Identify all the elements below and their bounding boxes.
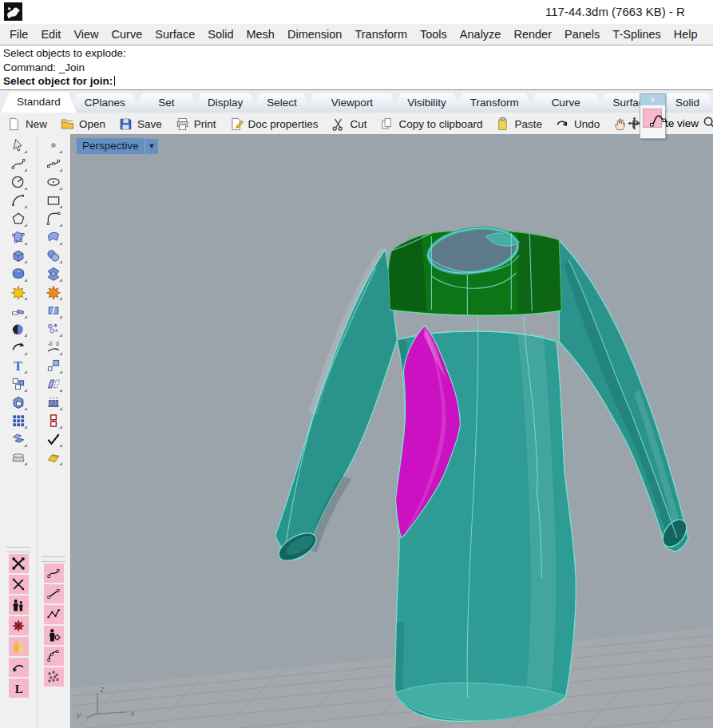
tool-ts-l[interactable]: L — [9, 679, 29, 698]
tool-mirror[interactable] — [44, 375, 63, 393]
blend-curve-button[interactable] — [643, 109, 662, 128]
tab-select[interactable]: Select — [251, 93, 313, 113]
tab-transform[interactable]: Transform — [454, 93, 535, 113]
tool-pk-person[interactable] — [44, 626, 64, 645]
tab-set-view[interactable]: Set View — [133, 93, 200, 113]
menu-view[interactable]: View — [67, 26, 105, 43]
toolbar-group-handle[interactable] — [42, 556, 65, 562]
tool-explode-orange[interactable] — [44, 283, 63, 301]
toolbar-group-handle[interactable] — [6, 547, 30, 552]
dress-left-sleeve — [275, 249, 398, 560]
zoom-button-partial[interactable] — [701, 114, 713, 133]
tool-explode[interactable] — [9, 283, 28, 301]
tab-display[interactable]: Display — [192, 93, 259, 113]
tool-array[interactable] — [9, 412, 28, 429]
new-doc[interactable]: New — [5, 115, 49, 133]
tool-block-def[interactable] — [44, 412, 63, 429]
tool-dim-arc[interactable]: -00 — [44, 338, 63, 356]
cut[interactable]: Cut — [329, 115, 368, 133]
tool-cap[interactable] — [9, 449, 28, 466]
tool-torus[interactable] — [9, 265, 28, 283]
tool-text[interactable]: T — [9, 357, 28, 374]
tool-ts-undo-arc[interactable] — [9, 658, 29, 677]
palette-titlebar[interactable]: x — [640, 94, 665, 105]
tab-visibility[interactable]: Visibility — [391, 93, 462, 113]
paste[interactable]: Paste — [493, 115, 544, 133]
tool-patch[interactable] — [44, 228, 63, 246]
app-icon[interactable] — [4, 2, 22, 21]
tool-hammer[interactable] — [9, 302, 28, 319]
menu-panels[interactable]: Panels — [558, 26, 606, 43]
menu-mesh[interactable]: Mesh — [240, 26, 280, 43]
tool-twist-box[interactable] — [44, 265, 63, 283]
tool-split[interactable] — [44, 302, 63, 319]
command-area[interactable]: Select objects to explode: Command: _Joi… — [0, 45, 713, 90]
tool-rotate[interactable] — [9, 338, 28, 356]
tool-surface-cp[interactable] — [9, 228, 28, 246]
print[interactable]: Print — [173, 115, 218, 133]
tool-edit-points[interactable] — [44, 155, 63, 172]
menu-tools[interactable]: Tools — [414, 26, 454, 43]
left-toolbar-column-b: -00 — [37, 136, 69, 728]
tab-standard[interactable]: Standard — [1, 92, 77, 113]
tool-pk-line[interactable] — [44, 584, 64, 603]
tool-ellipse[interactable] — [44, 173, 63, 191]
tool-polygon[interactable] — [9, 210, 28, 228]
menu-help[interactable]: Help — [667, 26, 704, 43]
svg-text:T: T — [14, 359, 22, 373]
tool-ts-scissors[interactable] — [9, 575, 29, 594]
menu-curve[interactable]: Curve — [105, 26, 149, 43]
tool-ts-move[interactable] — [9, 554, 29, 573]
save[interactable]: Save — [117, 115, 164, 133]
menu-analyze[interactable]: Analyze — [454, 26, 508, 43]
tab-cplanes[interactable]: CPlanes — [69, 93, 141, 113]
tool-ts-people-yellow[interactable] — [9, 637, 29, 656]
viewport-canvas[interactable]: z x y — [71, 134, 713, 728]
command-prompt-line[interactable]: Select object for join: — [3, 74, 710, 89]
menu-solid[interactable]: Solid — [201, 26, 240, 43]
tool-pk-arc[interactable] — [44, 647, 64, 666]
doc-properties[interactable]: Doc properties — [228, 115, 320, 133]
tool-box[interactable] — [9, 247, 28, 264]
svg-text:0: 0 — [56, 341, 59, 346]
tool-ts-people[interactable] — [9, 595, 29, 615]
tool-pk-dots[interactable] — [44, 667, 64, 686]
tool-pk-curve[interactable] — [44, 564, 64, 583]
tool-point[interactable] — [44, 136, 63, 154]
menu-surface[interactable]: Surface — [149, 26, 201, 43]
tool-boolean[interactable] — [9, 320, 28, 338]
tool-box-face[interactable] — [9, 394, 28, 411]
tool-spheres[interactable] — [44, 247, 63, 264]
tool-copy-surface[interactable] — [9, 430, 28, 448]
tab-viewport-layout[interactable]: Viewport Layout — [305, 93, 400, 113]
tool-arc[interactable] — [9, 192, 28, 209]
undo[interactable]: Undo — [553, 115, 601, 133]
tool-blocks[interactable] — [9, 375, 28, 393]
tool-check[interactable] — [44, 430, 63, 448]
viewport-perspective[interactable]: Perspective ▼ z x — [70, 134, 713, 728]
tool-point-cloud[interactable] — [44, 320, 63, 338]
menu-edit[interactable]: Edit — [34, 26, 67, 43]
menu-file[interactable]: File — [3, 26, 34, 43]
palette-close-button[interactable]: x — [651, 95, 655, 104]
tool-circle[interactable] — [9, 173, 28, 191]
tool-rectangle[interactable] — [44, 192, 63, 209]
viewport-title-dropdown[interactable]: ▼ — [145, 139, 159, 154]
tool-pk-polyline[interactable] — [44, 605, 64, 624]
menu-dimension[interactable]: Dimension — [281, 26, 349, 43]
tool-scale[interactable] — [44, 357, 63, 374]
open-folder[interactable]: Open — [58, 115, 107, 133]
copy-clipboard[interactable]: Copy to clipboard — [378, 115, 484, 133]
tool-pointer[interactable] — [9, 136, 28, 154]
tool-ts-burst[interactable] — [9, 616, 29, 635]
menu-render[interactable]: Render — [507, 26, 558, 43]
tool-fillet[interactable] — [44, 210, 63, 228]
rotate-view-label-partial[interactable]: te view — [665, 117, 699, 129]
menu-transform[interactable]: Transform — [348, 26, 414, 43]
tool-distribute[interactable] — [44, 394, 63, 411]
menu-t-splines[interactable]: T-Splines — [606, 26, 667, 43]
viewport-title-label[interactable]: Perspective — [77, 138, 145, 154]
tool-sweep[interactable] — [44, 449, 63, 466]
tab-curve-tools[interactable]: Curve Tools — [527, 93, 605, 113]
tool-control-curve[interactable] — [9, 155, 28, 172]
